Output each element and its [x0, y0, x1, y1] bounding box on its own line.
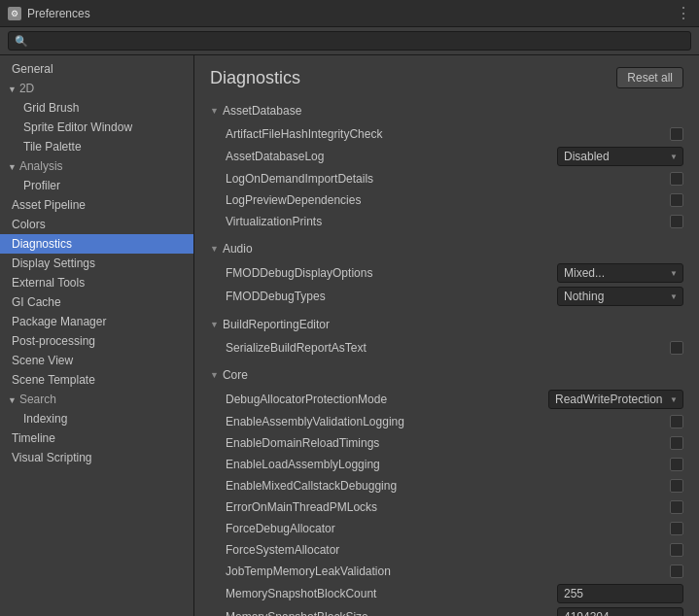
sidebar-item-profiler[interactable]: Profiler [0, 176, 193, 195]
sidebar-item-colors[interactable]: Colors [0, 215, 193, 234]
pref-control-force-system-allocator [670, 543, 683, 557]
sidebar-item-2d[interactable]: ▼2D [0, 79, 193, 98]
checkbox-error-on-main-thread[interactable] [670, 500, 683, 514]
text-input-memory-snapshot-block-size[interactable] [557, 607, 683, 616]
sidebar: General▼2DGrid BrushSprite Editor Window… [0, 55, 194, 616]
window-title: Preferences [27, 7, 90, 20]
section-header-build-reporting[interactable]: ▼BuildReportingEditor [210, 316, 683, 333]
checkbox-force-system-allocator[interactable] [670, 543, 683, 557]
pref-label-fmod-display: FMODDebugDisplayOptions [226, 266, 557, 280]
pref-row-error-on-main-thread: ErrorOnMainThreadPMLocks [210, 496, 683, 518]
collapse-arrow: ▼ [8, 85, 17, 94]
section-arrow: ▼ [210, 370, 219, 380]
section-header-asset-database[interactable]: ▼AssetDatabase [210, 102, 683, 120]
pref-row-asset-database-log: AssetDatabaseLogDisabledEnabled [210, 145, 683, 168]
pref-row-fmod-types: FMODDebugTypesNothingErrorWarningLog [210, 285, 683, 308]
sidebar-item-diagnostics[interactable]: Diagnostics [0, 234, 193, 254]
dropdown-asset-database-log[interactable]: DisabledEnabled [557, 147, 683, 166]
pref-label-force-system-allocator: ForceSystemAllocator [226, 543, 670, 557]
pref-control-force-debug-allocator [670, 522, 683, 535]
pref-label-enable-mixed-callstack: EnableMixedCallstackDebugging [226, 479, 670, 493]
pref-control-enable-assembly-validation [670, 415, 683, 428]
pref-label-log-preview: LogPreviewDependencies [226, 193, 670, 207]
dropdown-fmod-types[interactable]: NothingErrorWarningLog [557, 287, 683, 306]
pref-label-virtualization-prints: VirtualizationPrints [226, 215, 670, 228]
pref-control-artifact-file-hash [670, 127, 683, 141]
checkbox-force-debug-allocator[interactable] [670, 522, 683, 535]
checkbox-log-preview[interactable] [670, 193, 683, 207]
search-wrapper: 🔍 [8, 31, 691, 51]
pref-row-force-debug-allocator: ForceDebugAllocator [210, 518, 683, 539]
text-input-memory-snapshot-block-count[interactable] [557, 584, 683, 603]
sidebar-item-general[interactable]: General [0, 59, 193, 79]
section-header-audio[interactable]: ▼Audio [210, 240, 683, 257]
sidebar-item-asset-pipeline[interactable]: Asset Pipeline [0, 195, 193, 215]
checkbox-log-on-demand[interactable] [670, 172, 683, 186]
dropdown-debug-allocator-protection[interactable]: ReadWriteProtectionNone [548, 390, 683, 409]
pref-row-virtualization-prints: VirtualizationPrints [210, 211, 683, 232]
pref-control-log-preview [670, 193, 683, 207]
dropdown-wrapper-fmod-types: NothingErrorWarningLog [557, 287, 683, 306]
section-arrow: ▼ [210, 106, 219, 116]
sidebar-item-visual-scripting[interactable]: Visual Scripting [0, 448, 193, 467]
pref-label-memory-snapshot-block-size: MemorySnapshotBlockSize [226, 610, 557, 616]
checkbox-serialize-build[interactable] [670, 341, 683, 355]
sidebar-item-gi-cache[interactable]: GI Cache [0, 292, 193, 312]
pref-label-enable-load-assembly: EnableLoadAssemblyLogging [226, 458, 670, 471]
search-input[interactable] [32, 34, 684, 48]
section-header-core[interactable]: ▼Core [210, 366, 683, 384]
pref-control-fmod-types: NothingErrorWarningLog [557, 287, 683, 306]
window-menu-button[interactable]: ⋮ [676, 4, 691, 22]
pref-row-enable-mixed-callstack: EnableMixedCallstackDebugging [210, 475, 683, 496]
pref-control-debug-allocator-protection: ReadWriteProtectionNone [548, 390, 683, 409]
sidebar-item-search[interactable]: ▼Search [0, 390, 193, 409]
checkbox-artifact-file-hash[interactable] [670, 127, 683, 141]
checkbox-virtualization-prints[interactable] [670, 215, 683, 228]
pref-row-force-system-allocator: ForceSystemAllocator [210, 539, 683, 561]
pref-label-job-temp-memory: JobTempMemoryLeakValidation [226, 565, 670, 578]
pref-row-job-temp-memory: JobTempMemoryLeakValidation [210, 561, 683, 582]
checkbox-enable-mixed-callstack[interactable] [670, 479, 683, 493]
checkbox-enable-load-assembly[interactable] [670, 458, 683, 471]
reset-all-button[interactable]: Reset all [616, 67, 683, 88]
sidebar-item-scene-view[interactable]: Scene View [0, 351, 193, 370]
pref-row-enable-domain-reload: EnableDomainReloadTimings [210, 432, 683, 454]
sidebar-item-timeline[interactable]: Timeline [0, 428, 193, 448]
checkbox-job-temp-memory[interactable] [670, 565, 683, 578]
app-icon: ⚙ [8, 7, 21, 20]
pref-label-fmod-types: FMODDebugTypes [226, 290, 557, 303]
sidebar-item-scene-template[interactable]: Scene Template [0, 370, 193, 390]
section-arrow: ▼ [210, 320, 219, 329]
sidebar-item-tile-palette[interactable]: Tile Palette [0, 137, 193, 156]
section-title: Audio [223, 242, 253, 256]
sidebar-item-sprite-editor-window[interactable]: Sprite Editor Window [0, 118, 193, 137]
sidebar-item-post-processing[interactable]: Post-processing [0, 331, 193, 351]
sidebar-item-indexing[interactable]: Indexing [0, 409, 193, 428]
pref-control-enable-mixed-callstack [670, 479, 683, 493]
pref-label-error-on-main-thread: ErrorOnMainThreadPMLocks [226, 500, 670, 514]
section-audio: ▼AudioFMODDebugDisplayOptionsMixed...Non… [210, 240, 683, 308]
pref-control-enable-load-assembly [670, 458, 683, 471]
checkbox-enable-assembly-validation[interactable] [670, 415, 683, 428]
section-title: AssetDatabase [223, 104, 301, 118]
checkbox-enable-domain-reload[interactable] [670, 436, 683, 450]
dropdown-wrapper-debug-allocator-protection: ReadWriteProtectionNone [548, 390, 683, 409]
section-arrow: ▼ [210, 244, 219, 254]
pref-control-fmod-display: Mixed...NoneAll [557, 263, 683, 283]
search-bar: 🔍 [0, 27, 699, 55]
pref-row-log-preview: LogPreviewDependencies [210, 189, 683, 211]
sidebar-item-display-settings[interactable]: Display Settings [0, 254, 193, 273]
pref-row-memory-snapshot-block-count: MemorySnapshotBlockCount [210, 582, 683, 605]
title-bar: ⚙ Preferences ⋮ [0, 0, 699, 27]
sidebar-item-package-manager[interactable]: Package Manager [0, 312, 193, 331]
sidebar-item-grid-brush[interactable]: Grid Brush [0, 98, 193, 118]
sidebar-item-external-tools[interactable]: External Tools [0, 273, 193, 292]
dropdown-fmod-display[interactable]: Mixed...NoneAll [557, 263, 683, 283]
pref-label-debug-allocator-protection: DebugAllocatorProtectionMode [226, 393, 548, 406]
sidebar-item-analysis[interactable]: ▼Analysis [0, 156, 193, 176]
dropdown-wrapper-fmod-display: Mixed...NoneAll [557, 263, 683, 283]
pref-row-enable-assembly-validation: EnableAssemblyValidationLogging [210, 411, 683, 432]
pref-control-memory-snapshot-block-size [557, 607, 683, 616]
pref-row-serialize-build: SerializeBuildReportAsText [210, 337, 683, 359]
pref-control-asset-database-log: DisabledEnabled [557, 147, 683, 166]
